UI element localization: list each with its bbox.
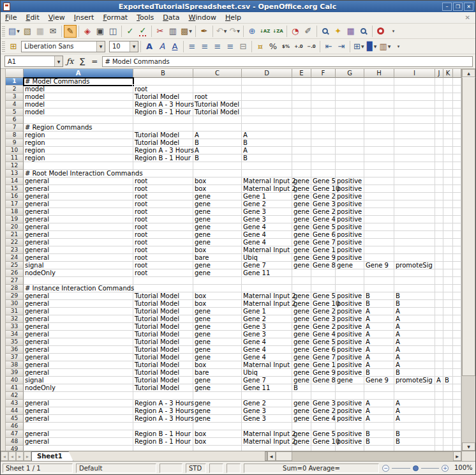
cell-H46[interactable]	[364, 423, 394, 430]
row-header-11[interactable]: 11	[6, 155, 24, 162]
cell-E49[interactable]	[292, 446, 311, 451]
cell-G24[interactable]: positive	[336, 254, 364, 262]
cell-D19[interactable]: Gene 3	[242, 216, 292, 223]
cell-F30[interactable]: Gene 10	[311, 300, 336, 308]
cell-I37[interactable]: A	[394, 354, 435, 361]
save-document-icon[interactable]: ▦	[34, 25, 47, 38]
cell-J8[interactable]	[435, 132, 443, 139]
cell-x39[interactable]	[453, 369, 461, 377]
cell-C39[interactable]: bare	[193, 369, 242, 377]
cell-D29[interactable]: Maternal Input 2	[242, 292, 292, 300]
chevron-down-icon[interactable]: ▼	[96, 41, 105, 52]
cell-I29[interactable]: B	[394, 292, 435, 300]
row-header-13[interactable]: 13	[6, 170, 24, 177]
cell-x10[interactable]	[453, 147, 461, 155]
cell-B26[interactable]: root	[133, 269, 193, 277]
cell-K45[interactable]	[443, 415, 453, 423]
cell-J47[interactable]	[435, 430, 443, 438]
delete-decimal-icon[interactable]: −.0	[305, 40, 318, 53]
cell-G43[interactable]: positive	[336, 400, 364, 407]
cell-x1[interactable]	[453, 78, 461, 86]
cell-K12[interactable]	[443, 162, 453, 170]
cell-J33[interactable]	[435, 323, 443, 331]
cell-C32[interactable]: gene	[193, 315, 242, 323]
cell-J46[interactable]	[435, 423, 443, 430]
cell-F19[interactable]: Gene 4	[311, 216, 336, 223]
cell-x19[interactable]	[453, 216, 461, 223]
cell-F43[interactable]: Gene 3	[311, 400, 336, 407]
font-size-combo[interactable]: 10 ▼	[109, 41, 138, 52]
cell-F5[interactable]	[311, 109, 336, 116]
row-header-21[interactable]: 21	[6, 231, 24, 239]
cell-J2[interactable]	[435, 86, 443, 93]
sum-icon[interactable]: ∑	[77, 57, 88, 66]
row-header-17[interactable]: 17	[6, 200, 24, 208]
cell-E36[interactable]: gene	[292, 346, 311, 354]
cell-B45[interactable]: Region A - 3 Hours	[133, 415, 193, 423]
cell-B41[interactable]: Tutorial Model	[133, 384, 193, 392]
cell-x29[interactable]	[453, 292, 461, 300]
cell-C43[interactable]: gene	[193, 400, 242, 407]
cell-x11[interactable]	[453, 155, 461, 162]
gallery-icon[interactable]: ▦	[345, 25, 357, 38]
cell-G17[interactable]: positive	[336, 200, 364, 208]
cell-H34[interactable]: A	[364, 331, 394, 338]
sheet-tab-sheet1[interactable]: Sheet1	[31, 451, 73, 461]
row-header-18[interactable]: 18	[6, 208, 24, 216]
cell-I18[interactable]	[394, 208, 435, 216]
cell-F32[interactable]: Gene 3	[311, 315, 336, 323]
cell-D1[interactable]	[242, 78, 292, 86]
row-header-19[interactable]: 19	[6, 216, 24, 223]
cell-B38[interactable]: Tutorial Model	[133, 361, 193, 369]
cell-I5[interactable]	[394, 109, 435, 116]
cell-C20[interactable]: gene	[193, 223, 242, 231]
cell-K9[interactable]	[443, 139, 453, 147]
cell-D17[interactable]: Gene 2	[242, 200, 292, 208]
cell-x13[interactable]	[453, 170, 461, 177]
cell-D9[interactable]: B	[242, 139, 292, 147]
cell-D7[interactable]	[242, 124, 292, 132]
cell-G41[interactable]	[336, 384, 364, 392]
cell-G36[interactable]: positive	[336, 346, 364, 354]
cell-E22[interactable]: gene	[292, 239, 311, 246]
cell-C34[interactable]: gene	[193, 331, 242, 338]
cell-B27[interactable]	[133, 277, 193, 285]
row-header-5[interactable]: 5	[6, 109, 24, 116]
row-header-27[interactable]: 27	[6, 277, 24, 285]
column-header-d[interactable]: D	[242, 69, 292, 78]
cell-A3[interactable]: model	[24, 93, 133, 101]
cell-J7[interactable]	[435, 124, 443, 132]
cell-B13[interactable]	[133, 170, 193, 177]
cell-H3[interactable]	[364, 93, 394, 101]
cell-B6[interactable]	[133, 116, 193, 124]
menu-window[interactable]: Window	[184, 13, 221, 22]
column-header-i[interactable]: I	[394, 69, 435, 78]
cell-D25[interactable]: Gene 7	[242, 262, 292, 269]
cell-B10[interactable]: Region A - 3 Hours	[133, 147, 193, 155]
cell-K17[interactable]	[443, 200, 453, 208]
cell-F48[interactable]: Gene 10	[311, 438, 336, 446]
cell-E17[interactable]: gene	[292, 200, 311, 208]
cell-E10[interactable]	[292, 147, 311, 155]
cell-G6[interactable]	[336, 116, 364, 124]
cell-E11[interactable]	[292, 155, 311, 162]
cell-A31[interactable]: general	[24, 308, 133, 315]
zoom-slider-thumb[interactable]	[413, 465, 419, 471]
cell-x5[interactable]	[453, 109, 461, 116]
horizontal-scroll-track[interactable]	[292, 451, 453, 461]
cell-J38[interactable]	[435, 361, 443, 369]
cell-A42[interactable]	[24, 392, 133, 400]
cell-J17[interactable]	[435, 200, 443, 208]
cell-I26[interactable]	[394, 269, 435, 277]
cell-x16[interactable]	[453, 193, 461, 200]
row-header-3[interactable]: 3	[6, 93, 24, 101]
first-sheet-icon[interactable]: ◀	[1, 451, 8, 461]
cell-H4[interactable]	[364, 101, 394, 109]
cell-C14[interactable]: box	[193, 177, 242, 185]
cell-K15[interactable]	[443, 185, 453, 193]
cell-A18[interactable]: general	[24, 208, 133, 216]
cell-A32[interactable]: general	[24, 315, 133, 323]
align-justified-icon[interactable]: ≡	[224, 40, 237, 53]
row-header-38[interactable]: 38	[6, 361, 24, 369]
cell-H39[interactable]: B	[364, 369, 394, 377]
